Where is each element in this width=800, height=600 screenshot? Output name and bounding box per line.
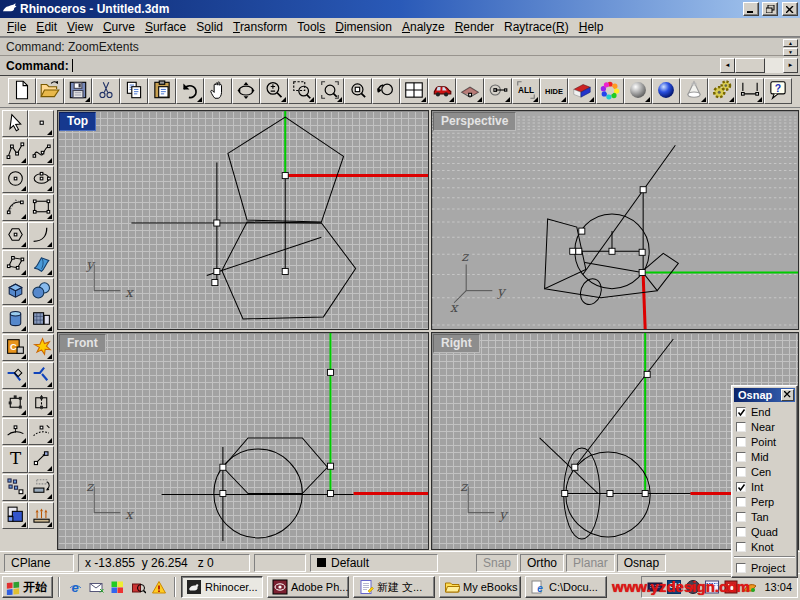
command-prompt[interactable]: Command: ◄► xyxy=(0,56,800,76)
cplane-button[interactable]: C xyxy=(2,334,28,361)
menu-tools[interactable]: Tools xyxy=(292,18,330,36)
move-point-button[interactable] xyxy=(28,446,54,473)
ellipse-button[interactable] xyxy=(28,166,54,193)
status-toggle-ortho[interactable]: Ortho xyxy=(520,554,564,572)
shade-button[interactable] xyxy=(456,78,484,104)
render-button[interactable] xyxy=(428,78,456,104)
layer-state-button[interactable] xyxy=(2,502,28,529)
surface-curved-button[interactable] xyxy=(28,250,54,277)
zoom-extents-button[interactable] xyxy=(316,78,344,104)
checkbox-point[interactable] xyxy=(736,437,746,447)
render-sphere-button[interactable] xyxy=(624,78,652,104)
viewport-label-top[interactable]: Top xyxy=(59,112,96,131)
options-button[interactable] xyxy=(708,78,736,104)
osnap-option-near[interactable]: Near xyxy=(734,419,795,434)
close-button[interactable] xyxy=(782,2,798,16)
command-prompt-scrollbar[interactable]: ◄► xyxy=(720,58,798,73)
rotate-view-button[interactable] xyxy=(232,78,260,104)
circle-button[interactable] xyxy=(2,166,28,193)
osnap-option-point[interactable]: Point xyxy=(734,434,795,449)
rectangle-button[interactable] xyxy=(28,194,54,221)
menu-file[interactable]: File xyxy=(2,18,31,36)
cut-button[interactable] xyxy=(92,78,120,104)
checkbox-cen[interactable] xyxy=(736,467,746,477)
internet-explorer-icon[interactable]: e xyxy=(65,577,85,597)
osnap-option-quad[interactable]: Quad xyxy=(734,524,795,539)
menu-analyze[interactable]: Analyze xyxy=(397,18,450,36)
layers-button[interactable] xyxy=(568,78,596,104)
checkbox-end[interactable] xyxy=(736,407,746,417)
viewport-perspective[interactable]: Perspectivezyx xyxy=(431,110,799,330)
sphere-solid-button[interactable] xyxy=(28,278,54,305)
checkbox-quad[interactable] xyxy=(736,527,746,537)
osnap-option-mid[interactable]: Mid xyxy=(734,449,795,464)
menu-solid[interactable]: Solid xyxy=(191,18,228,36)
menu-raytracer[interactable]: Raytrace(R) xyxy=(499,18,574,36)
start-button[interactable]: 开始 xyxy=(2,576,53,598)
surface-points-button[interactable] xyxy=(2,250,28,277)
checkbox-perp[interactable] xyxy=(736,497,746,507)
scroll-down-icon[interactable]: ▼ xyxy=(783,48,798,56)
status-toggle-planar[interactable]: Planar xyxy=(566,554,615,572)
checkbox-knot[interactable] xyxy=(736,542,746,552)
box-button[interactable] xyxy=(2,278,28,305)
blend-curve-button[interactable] xyxy=(28,222,54,249)
fillet-button[interactable] xyxy=(2,362,28,389)
pan-button[interactable] xyxy=(204,78,232,104)
trim-button[interactable] xyxy=(2,390,28,417)
adjust-arc-2-button[interactable] xyxy=(28,418,54,445)
restore-button[interactable] xyxy=(762,2,778,16)
menu-help[interactable]: Help xyxy=(574,18,609,36)
zoom-selected-button[interactable] xyxy=(344,78,372,104)
text-button[interactable]: T xyxy=(2,446,28,473)
scroll-right-icon[interactable]: ► xyxy=(783,58,798,73)
command-history-scrollbar[interactable]: ▲▼ xyxy=(783,39,798,56)
mesh-button[interactable] xyxy=(28,306,54,333)
taskbar-task[interactable]: 新建 文... xyxy=(353,576,435,598)
curve-button[interactable] xyxy=(28,138,54,165)
menu-render[interactable]: Render xyxy=(450,18,499,36)
zoom-previous-button[interactable] xyxy=(372,78,400,104)
render-preview-button[interactable] xyxy=(652,78,680,104)
viewport-label-front[interactable]: Front xyxy=(59,334,106,353)
osnap-option-perp[interactable]: Perp xyxy=(734,494,795,509)
zoom-button[interactable] xyxy=(260,78,288,104)
show-all-button[interactable]: ALL xyxy=(512,78,540,104)
layer-cell[interactable]: Default xyxy=(310,554,438,572)
viewport-front[interactable]: Frontzx xyxy=(57,332,429,550)
hide-button[interactable]: HIDE xyxy=(540,78,568,104)
taskbar-task[interactable]: Rhinocer... xyxy=(181,576,263,598)
spotlight-button[interactable] xyxy=(680,78,708,104)
title-bar[interactable]: Rhinoceros - Untitled.3dm xyxy=(0,0,800,18)
osnap-option-knot[interactable]: Knot xyxy=(734,539,795,554)
viewport-label-perspective[interactable]: Perspective xyxy=(433,112,516,131)
help-button[interactable]: ? xyxy=(764,78,792,104)
extrude-button[interactable] xyxy=(28,502,54,529)
osnap-option-cen[interactable]: Cen xyxy=(734,464,795,479)
checkbox-tan[interactable] xyxy=(736,512,746,522)
status-toggle-snap[interactable]: Snap xyxy=(476,554,518,572)
viewport-layout-button[interactable] xyxy=(400,78,428,104)
split-button[interactable] xyxy=(28,390,54,417)
undo-button[interactable] xyxy=(176,78,204,104)
polyline-button[interactable] xyxy=(2,138,28,165)
taskbar-task[interactable]: eC:\Docu... xyxy=(525,576,607,598)
new-button[interactable] xyxy=(8,78,36,104)
taskbar-task[interactable]: My eBooks xyxy=(439,576,521,598)
select-button[interactable] xyxy=(2,110,28,137)
viewport-label-right[interactable]: Right xyxy=(433,334,480,353)
cylinder-button[interactable] xyxy=(2,306,28,333)
color-wheel-button[interactable] xyxy=(596,78,624,104)
zoom-window-button[interactable] xyxy=(288,78,316,104)
menu-edit[interactable]: Edit xyxy=(31,18,62,36)
command-history[interactable]: Command: ZoomExtents ▲▼ xyxy=(0,37,800,56)
paste-button[interactable] xyxy=(148,78,176,104)
status-toggle-osnap[interactable]: Osnap xyxy=(617,554,666,572)
viewport-top[interactable]: Topyx xyxy=(57,110,429,330)
checkbox-mid[interactable] xyxy=(736,452,746,462)
menu-transform[interactable]: Transform xyxy=(228,18,292,36)
osnap-option-project[interactable]: Project xyxy=(734,560,795,575)
show-desktop-icon[interactable] xyxy=(107,577,127,597)
adjust-arc-button[interactable] xyxy=(2,418,28,445)
rotate-object-button[interactable] xyxy=(28,474,54,501)
